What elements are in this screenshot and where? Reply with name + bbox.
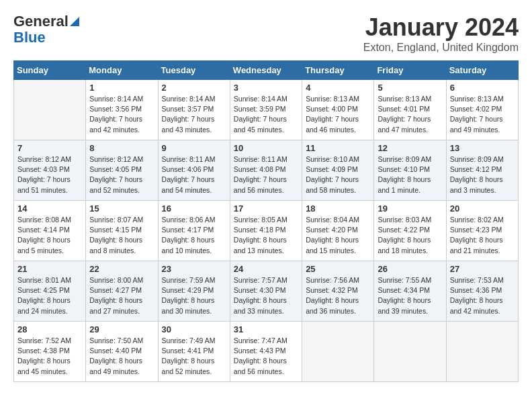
calendar-cell: 11Sunrise: 8:10 AMSunset: 4:09 PMDayligh…	[302, 140, 374, 201]
day-info: Sunrise: 8:12 AMSunset: 4:05 PMDaylight:…	[89, 154, 154, 195]
calendar-body: 1Sunrise: 8:14 AMSunset: 3:56 PMDaylight…	[14, 80, 519, 382]
calendar-cell: 4Sunrise: 8:13 AMSunset: 4:00 PMDaylight…	[302, 80, 374, 140]
calendar-cell: 30Sunrise: 7:49 AMSunset: 4:41 PMDayligh…	[158, 322, 230, 382]
day-number: 9	[162, 143, 226, 153]
calendar-cell: 21Sunrise: 8:01 AMSunset: 4:25 PMDayligh…	[14, 261, 86, 322]
calendar-cell: 16Sunrise: 8:06 AMSunset: 4:17 PMDayligh…	[158, 201, 230, 261]
day-number: 8	[89, 143, 154, 153]
day-info: Sunrise: 7:56 AMSunset: 4:32 PMDaylight:…	[306, 275, 370, 316]
day-number: 6	[450, 83, 515, 93]
page-header: General Blue January 2024 Exton, England…	[13, 13, 519, 54]
day-info: Sunrise: 8:05 AMSunset: 4:18 PMDaylight:…	[234, 215, 298, 256]
week-row-2: 7Sunrise: 8:12 AMSunset: 4:03 PMDaylight…	[14, 140, 519, 201]
day-number: 23	[162, 264, 226, 274]
week-row-5: 28Sunrise: 7:52 AMSunset: 4:38 PMDayligh…	[14, 322, 519, 382]
week-row-1: 1Sunrise: 8:14 AMSunset: 3:56 PMDaylight…	[14, 80, 519, 140]
logo-arrow-icon	[70, 17, 79, 26]
day-number: 28	[17, 324, 82, 334]
calendar-cell: 9Sunrise: 8:11 AMSunset: 4:06 PMDaylight…	[158, 140, 230, 201]
day-number: 4	[306, 83, 370, 93]
day-info: Sunrise: 8:01 AMSunset: 4:25 PMDaylight:…	[17, 275, 82, 316]
day-number: 2	[162, 83, 226, 93]
calendar-cell: 15Sunrise: 8:07 AMSunset: 4:15 PMDayligh…	[86, 201, 158, 261]
day-info: Sunrise: 8:12 AMSunset: 4:03 PMDaylight:…	[17, 154, 82, 195]
week-row-3: 14Sunrise: 8:08 AMSunset: 4:14 PMDayligh…	[14, 201, 519, 261]
calendar-cell: 10Sunrise: 8:11 AMSunset: 4:08 PMDayligh…	[230, 140, 302, 201]
calendar-cell: 17Sunrise: 8:05 AMSunset: 4:18 PMDayligh…	[230, 201, 302, 261]
day-info: Sunrise: 8:11 AMSunset: 4:08 PMDaylight:…	[234, 154, 298, 195]
day-info: Sunrise: 7:49 AMSunset: 4:41 PMDaylight:…	[162, 336, 226, 377]
calendar-cell: 19Sunrise: 8:03 AMSunset: 4:22 PMDayligh…	[374, 201, 446, 261]
calendar-cell: 7Sunrise: 8:12 AMSunset: 4:03 PMDaylight…	[14, 140, 86, 201]
calendar-cell: 29Sunrise: 7:50 AMSunset: 4:40 PMDayligh…	[86, 322, 158, 382]
day-info: Sunrise: 8:13 AMSunset: 4:01 PMDaylight:…	[378, 94, 442, 135]
calendar-cell: 20Sunrise: 8:02 AMSunset: 4:23 PMDayligh…	[446, 201, 518, 261]
location: Exton, England, United Kingdom	[363, 42, 519, 54]
day-number: 30	[162, 324, 226, 334]
weekday-header-row: SundayMondayTuesdayWednesdayThursdayFrid…	[14, 61, 519, 80]
day-info: Sunrise: 7:50 AMSunset: 4:40 PMDaylight:…	[89, 336, 154, 377]
calendar-cell: 5Sunrise: 8:13 AMSunset: 4:01 PMDaylight…	[374, 80, 446, 140]
day-number: 29	[89, 324, 154, 334]
weekday-header-tuesday: Tuesday	[158, 61, 230, 80]
weekday-header-thursday: Thursday	[302, 61, 374, 80]
calendar-cell: 28Sunrise: 7:52 AMSunset: 4:38 PMDayligh…	[14, 322, 86, 382]
month-title: January 2024	[363, 13, 519, 42]
day-info: Sunrise: 8:10 AMSunset: 4:09 PMDaylight:…	[306, 154, 370, 195]
weekday-header-wednesday: Wednesday	[230, 61, 302, 80]
calendar-cell: 14Sunrise: 8:08 AMSunset: 4:14 PMDayligh…	[14, 201, 86, 261]
day-number: 24	[234, 264, 298, 274]
calendar-cell	[446, 322, 518, 382]
day-info: Sunrise: 8:14 AMSunset: 3:57 PMDaylight:…	[162, 94, 226, 135]
logo-text-blue: Blue	[13, 30, 46, 46]
day-number: 12	[378, 143, 442, 153]
calendar-cell: 1Sunrise: 8:14 AMSunset: 3:56 PMDaylight…	[86, 80, 158, 140]
calendar-cell: 23Sunrise: 7:59 AMSunset: 4:29 PMDayligh…	[158, 261, 230, 322]
calendar-table: SundayMondayTuesdayWednesdayThursdayFrid…	[13, 60, 519, 382]
day-number: 13	[450, 143, 515, 153]
calendar-cell: 3Sunrise: 8:14 AMSunset: 3:59 PMDaylight…	[230, 80, 302, 140]
day-info: Sunrise: 7:47 AMSunset: 4:43 PMDaylight:…	[234, 336, 298, 377]
day-info: Sunrise: 8:00 AMSunset: 4:27 PMDaylight:…	[89, 275, 154, 316]
logo: General Blue	[13, 13, 79, 46]
day-info: Sunrise: 8:09 AMSunset: 4:12 PMDaylight:…	[450, 154, 515, 195]
title-area: January 2024 Exton, England, United King…	[363, 13, 519, 54]
day-number: 27	[450, 264, 515, 274]
day-number: 22	[89, 264, 154, 274]
day-number: 17	[234, 203, 298, 214]
day-info: Sunrise: 8:13 AMSunset: 4:00 PMDaylight:…	[306, 94, 370, 135]
day-info: Sunrise: 8:11 AMSunset: 4:06 PMDaylight:…	[162, 154, 226, 195]
weekday-header-friday: Friday	[374, 61, 446, 80]
day-info: Sunrise: 8:03 AMSunset: 4:22 PMDaylight:…	[378, 215, 442, 256]
weekday-header-monday: Monday	[86, 61, 158, 80]
calendar-cell: 13Sunrise: 8:09 AMSunset: 4:12 PMDayligh…	[446, 140, 518, 201]
day-info: Sunrise: 7:52 AMSunset: 4:38 PMDaylight:…	[17, 336, 82, 377]
day-info: Sunrise: 7:59 AMSunset: 4:29 PMDaylight:…	[162, 275, 226, 316]
calendar-cell: 6Sunrise: 8:13 AMSunset: 4:02 PMDaylight…	[446, 80, 518, 140]
calendar-cell: 8Sunrise: 8:12 AMSunset: 4:05 PMDaylight…	[86, 140, 158, 201]
calendar-cell: 12Sunrise: 8:09 AMSunset: 4:10 PMDayligh…	[374, 140, 446, 201]
day-info: Sunrise: 8:14 AMSunset: 3:56 PMDaylight:…	[89, 94, 154, 135]
calendar-cell: 25Sunrise: 7:56 AMSunset: 4:32 PMDayligh…	[302, 261, 374, 322]
day-info: Sunrise: 7:53 AMSunset: 4:36 PMDaylight:…	[450, 275, 515, 316]
day-info: Sunrise: 8:07 AMSunset: 4:15 PMDaylight:…	[89, 215, 154, 256]
day-number: 21	[17, 264, 82, 274]
calendar-cell: 27Sunrise: 7:53 AMSunset: 4:36 PMDayligh…	[446, 261, 518, 322]
day-number: 26	[378, 264, 442, 274]
week-row-4: 21Sunrise: 8:01 AMSunset: 4:25 PMDayligh…	[14, 261, 519, 322]
day-info: Sunrise: 8:08 AMSunset: 4:14 PMDaylight:…	[17, 215, 82, 256]
day-number: 20	[450, 203, 515, 214]
calendar-cell: 2Sunrise: 8:14 AMSunset: 3:57 PMDaylight…	[158, 80, 230, 140]
day-info: Sunrise: 8:14 AMSunset: 3:59 PMDaylight:…	[234, 94, 298, 135]
day-number: 1	[89, 83, 154, 93]
day-info: Sunrise: 8:04 AMSunset: 4:20 PMDaylight:…	[306, 215, 370, 256]
day-info: Sunrise: 8:02 AMSunset: 4:23 PMDaylight:…	[450, 215, 515, 256]
day-info: Sunrise: 8:13 AMSunset: 4:02 PMDaylight:…	[450, 94, 515, 135]
calendar-cell: 24Sunrise: 7:57 AMSunset: 4:30 PMDayligh…	[230, 261, 302, 322]
day-info: Sunrise: 7:57 AMSunset: 4:30 PMDaylight:…	[234, 275, 298, 316]
day-number: 3	[234, 83, 298, 93]
day-number: 19	[378, 203, 442, 214]
day-number: 18	[306, 203, 370, 214]
calendar-cell: 22Sunrise: 8:00 AMSunset: 4:27 PMDayligh…	[86, 261, 158, 322]
day-info: Sunrise: 8:06 AMSunset: 4:17 PMDaylight:…	[162, 215, 226, 256]
